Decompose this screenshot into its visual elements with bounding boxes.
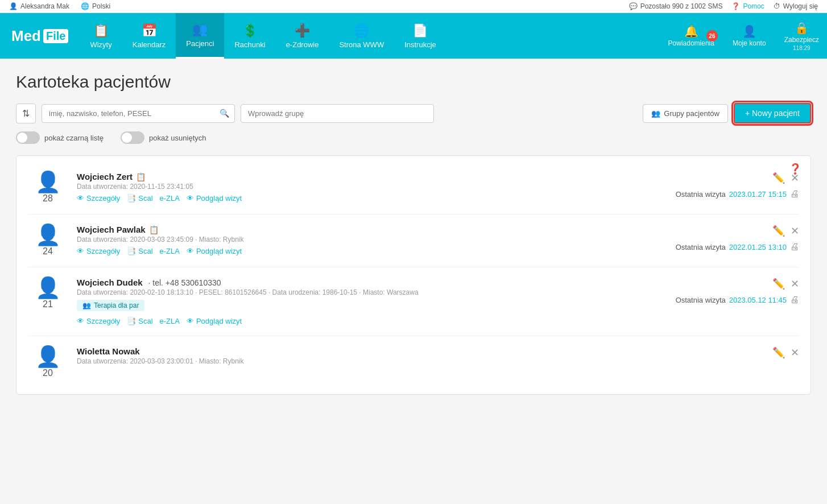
delete-icon[interactable]: ✕ bbox=[791, 225, 799, 237]
patient-avatar-wrap: 👤 28 bbox=[28, 172, 68, 204]
instructions-icon: 📄 bbox=[412, 23, 428, 38]
language-label: Polski bbox=[92, 2, 110, 10]
edit-icon[interactable]: ✏️ bbox=[772, 225, 785, 237]
sort-icon: ⇅ bbox=[22, 108, 30, 119]
podglad-wizyt-link[interactable]: 👁 Podgląd wizyt bbox=[187, 247, 242, 255]
toggle-deleted[interactable]: pokaż usuniętych bbox=[121, 131, 206, 144]
merge-icon: 📑 bbox=[127, 194, 136, 203]
sort-button[interactable]: ⇅ bbox=[16, 104, 36, 123]
nav-label-zabezpiecz: Zabezpiecz bbox=[784, 36, 819, 44]
patient-name: Wojciech Zert 📋 bbox=[77, 172, 665, 181]
podglad-wizyt-link[interactable]: 👁 Podgląd wizyt bbox=[187, 194, 242, 203]
patient-right: ✏️ ✕ Ostatnia wizyta 2022.01.25 13:10 🖨 bbox=[674, 225, 799, 252]
eye2-icon: 👁 bbox=[187, 194, 194, 203]
table-row: 👤 24 Wojciech Pawlak 📋 Data utworzenia: … bbox=[28, 214, 799, 267]
delete-icon[interactable]: ✕ bbox=[791, 346, 799, 359]
nav-item-wizyty[interactable]: 📋 Wizyty bbox=[80, 13, 122, 59]
ezla-link[interactable]: e-ZLA bbox=[160, 247, 180, 255]
toggle-blacklist[interactable]: pokaż czarną listę bbox=[16, 131, 104, 144]
nav-label-wizyty: Wizyty bbox=[90, 40, 111, 49]
patient-info: Wioletta Nowak Data utworzenia: 2020-03-… bbox=[77, 346, 665, 369]
scal-link[interactable]: 📑 Scal bbox=[127, 194, 152, 203]
last-visit-date: 2023.01.27 15:15 bbox=[729, 190, 787, 199]
page-title: Kartoteka pacjentów bbox=[16, 72, 811, 92]
globe-icon: 🌐 bbox=[81, 2, 89, 10]
sms-label: Pozostało 990 z 1002 SMS bbox=[640, 2, 723, 10]
szczegoly-link[interactable]: 👁 Szczegóły bbox=[77, 194, 120, 203]
podglad-wizyt-link[interactable]: 👁 Podgląd wizyt bbox=[187, 317, 242, 325]
tag-icon: 👥 bbox=[82, 301, 91, 309]
groups-button[interactable]: 👥 Grupy pacjentów bbox=[643, 104, 728, 123]
nav-item-kalendarz[interactable]: 📅 Kalendarz bbox=[122, 13, 176, 59]
eye-icon: 👁 bbox=[77, 194, 84, 203]
logout-label[interactable]: Wyloguj się bbox=[783, 2, 818, 10]
nav-moje-konto[interactable]: 👤 Moje konto bbox=[725, 24, 774, 47]
blacklist-toggle[interactable] bbox=[16, 131, 40, 144]
scal-link[interactable]: 📑 Scal bbox=[127, 317, 152, 325]
print-icon[interactable]: 🖨 bbox=[790, 189, 799, 199]
print-icon[interactable]: 🖨 bbox=[790, 295, 799, 305]
nav-notifications[interactable]: 🔔 26 Powiadomienia bbox=[660, 24, 722, 47]
eye2-icon: 👁 bbox=[187, 247, 194, 255]
nav-item-instrukcje[interactable]: 📄 Instrukcje bbox=[394, 13, 446, 59]
nav-label-pacjenci: Pacjenci bbox=[186, 39, 214, 48]
logo[interactable]: Med File bbox=[0, 13, 80, 59]
szczegoly-link[interactable]: 👁 Szczegóły bbox=[77, 247, 120, 255]
search-input[interactable] bbox=[42, 104, 235, 123]
nav-label-moje-konto: Moje konto bbox=[733, 39, 766, 47]
nav-item-pacjenci[interactable]: 👥 Pacjenci bbox=[176, 13, 224, 59]
new-patient-button[interactable]: + Nowy pacjent bbox=[734, 103, 811, 123]
last-visit-date: 2022.01.25 13:10 bbox=[729, 243, 787, 251]
help-label[interactable]: Pomoc bbox=[743, 2, 764, 10]
delete-icon[interactable]: ✕ bbox=[791, 278, 799, 290]
szczegoly-link[interactable]: 👁 Szczegóły bbox=[77, 317, 120, 325]
eye2-icon: 👁 bbox=[187, 317, 194, 325]
patient-row-icons: ✏️ ✕ bbox=[772, 346, 799, 359]
group-input[interactable] bbox=[241, 104, 434, 123]
website-icon: 🌐 bbox=[354, 23, 369, 38]
patient-number: 24 bbox=[43, 246, 53, 257]
patient-name: Wojciech Pawlak 📋 bbox=[77, 225, 665, 234]
avatar: 👤 bbox=[35, 346, 61, 367]
eye-icon: 👁 bbox=[77, 247, 84, 255]
scal-link[interactable]: 📑 Scal bbox=[127, 247, 152, 255]
blacklist-label: pokaż czarną listę bbox=[44, 134, 104, 142]
merge-icon: 📑 bbox=[127, 317, 136, 325]
help-link[interactable]: ❓ Pomoc bbox=[731, 2, 764, 10]
nav-items: 📋 Wizyty 📅 Kalendarz 👥 Pacjenci 💲 Rachun… bbox=[80, 13, 660, 59]
eye-icon: 👁 bbox=[77, 317, 84, 325]
print-icon[interactable]: 🖨 bbox=[790, 242, 799, 252]
billing-icon: 💲 bbox=[242, 23, 258, 38]
patient-number: 20 bbox=[43, 368, 53, 378]
top-bar-left: 👤 Aleksandra Mak 🌐 Polski bbox=[9, 2, 110, 10]
patient-phone: · tel. +48 530610330 bbox=[146, 278, 221, 287]
note-icon: 📋 bbox=[149, 225, 159, 234]
ezla-link[interactable]: e-ZLA bbox=[160, 317, 180, 325]
nav-label-ezdrowie: e-Zdrowie bbox=[286, 40, 319, 49]
bell-icon: 🔔 bbox=[684, 24, 698, 38]
main-nav: Med File 📋 Wizyty 📅 Kalendarz 👥 Pacjenci… bbox=[0, 13, 827, 59]
edit-icon[interactable]: ✏️ bbox=[772, 278, 785, 290]
health-icon: ➕ bbox=[295, 23, 310, 38]
account-icon: 👤 bbox=[742, 24, 756, 38]
patient-row-icons: ✏️ ✕ bbox=[772, 225, 799, 237]
nav-zabezpiecz[interactable]: 🔒 Zabezpiecz 118:29 bbox=[776, 21, 827, 51]
search-bar: ⇅ 🔍 👥 Grupy pacjentów + Nowy pacjent bbox=[16, 103, 811, 123]
language-info: 🌐 Polski bbox=[81, 2, 110, 10]
edit-icon[interactable]: ✏️ bbox=[772, 346, 785, 359]
edit-icon[interactable]: ✏️ bbox=[772, 172, 785, 184]
nav-item-rachunki[interactable]: 💲 Rachunki bbox=[224, 13, 275, 59]
nav-label-strona-www: Strona WWW bbox=[339, 40, 384, 49]
ezla-link[interactable]: e-ZLA bbox=[160, 194, 180, 203]
logout-link[interactable]: ⏱ Wyloguj się bbox=[774, 2, 818, 10]
session-time: 118:29 bbox=[793, 45, 811, 51]
user-icon: 👤 bbox=[9, 2, 18, 10]
logo-text: Med File bbox=[11, 27, 68, 45]
nav-item-ezdrowie[interactable]: ➕ e-Zdrowie bbox=[276, 13, 329, 59]
deleted-toggle[interactable] bbox=[121, 131, 144, 144]
calendar-icon: 📅 bbox=[142, 23, 157, 38]
new-patient-label: + Nowy pacjent bbox=[745, 109, 800, 118]
groups-icon: 👥 bbox=[651, 109, 660, 118]
nav-item-strona-www[interactable]: 🌐 Strona WWW bbox=[329, 13, 394, 59]
help-circle-icon[interactable]: ❓ bbox=[789, 163, 801, 175]
